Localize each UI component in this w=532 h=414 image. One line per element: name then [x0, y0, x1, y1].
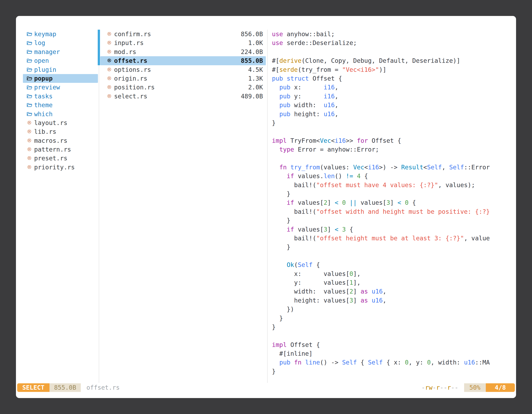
code-line: #[inline]: [272, 349, 514, 358]
pane-separator-left: [99, 30, 99, 383]
code-line: }): [272, 305, 514, 314]
scroll-percent-chip: 50%: [464, 383, 486, 392]
parent-pane: keymaplogmanageropenpluginpopuppreviewta…: [23, 30, 98, 172]
code-line: [272, 154, 514, 163]
parent-item-open[interactable]: open: [23, 56, 98, 65]
code-line: bail!("offset width and height must be p…: [272, 207, 514, 216]
rust-file-icon: ®: [106, 39, 112, 47]
code-line: pub height: u16,: [272, 110, 514, 118]
item-label: plugin: [34, 65, 56, 74]
status-bar: SELECT 855.0B offset.rs -rw-r--r-- 50% 4…: [17, 383, 515, 392]
parent-item-tasks[interactable]: tasks: [23, 92, 98, 101]
file-name: mod.rs: [114, 48, 136, 56]
rust-file-icon: ®: [106, 83, 112, 92]
file-size: 224.0B: [241, 48, 263, 56]
file-name: input.rs: [114, 39, 144, 47]
item-label: priority.rs: [34, 163, 75, 172]
item-label: keymap: [34, 30, 56, 39]
folder-open-icon: [26, 76, 32, 81]
folder-open-icon: [26, 93, 32, 99]
code-line: [272, 331, 514, 340]
parent-item-plugin[interactable]: plugin: [23, 65, 98, 74]
parent-item-popup[interactable]: popup: [23, 74, 98, 83]
rust-file-icon: ®: [26, 163, 32, 172]
parent-item-lib.rs[interactable]: ®lib.rs: [23, 127, 98, 136]
code-line: y: values[1],: [272, 278, 514, 287]
parent-item-preset.rs[interactable]: ®preset.rs: [23, 154, 98, 163]
file-name: position.rs: [114, 83, 155, 92]
item-label: log: [34, 39, 45, 47]
code-line: }: [272, 216, 514, 225]
parent-item-priority.rs[interactable]: ®priority.rs: [23, 163, 98, 172]
code-line: impl TryFrom<Vec<i16>> for Offset {: [272, 136, 514, 145]
code-line: pub fn line() -> Self { Self { x: 0, y: …: [272, 358, 514, 367]
item-label: which: [34, 110, 53, 118]
parent-item-pattern.rs[interactable]: ®pattern.rs: [23, 145, 98, 154]
selection-marker: [98, 48, 100, 56]
rust-file-icon: ®: [26, 127, 32, 136]
folder-open-icon: [26, 111, 32, 117]
selection-marker: [98, 39, 100, 47]
file-size: 855.0B: [241, 56, 263, 65]
file-item-options.rs[interactable]: ®options.rs4.5K: [100, 65, 266, 74]
code-line: #[serde(try_from = "Vec<i16>")]: [272, 65, 514, 74]
selection-marker: [98, 30, 100, 39]
code-line: if values.len() != 4 {: [272, 172, 514, 180]
code-line: [272, 127, 514, 136]
code-line: }: [272, 367, 514, 376]
file-item-mod.rs[interactable]: ®mod.rs224.0B: [100, 48, 266, 56]
file-name: offset.rs: [114, 56, 147, 65]
code-line: }: [272, 314, 514, 323]
folder-open-icon: [26, 58, 32, 64]
file-item-position.rs[interactable]: ®position.rs2.0K: [100, 83, 266, 92]
code-line: bail!("offset height must be at least 3:…: [272, 234, 514, 243]
file-item-select.rs[interactable]: ®select.rs489.0B: [100, 92, 266, 101]
file-name: select.rs: [114, 92, 147, 101]
parent-item-preview[interactable]: preview: [23, 83, 98, 92]
file-item-offset.rs[interactable]: ®offset.rs855.0B: [100, 56, 266, 65]
file-size: 489.0B: [241, 92, 263, 101]
parent-item-macros.rs[interactable]: ®macros.rs: [23, 136, 98, 145]
status-filename: offset.rs: [86, 383, 120, 392]
code-line: impl Offset {: [272, 340, 514, 349]
code-line: pub y: i16,: [272, 92, 514, 101]
code-line: if values[2] < 0 || values[3] < 0 {: [272, 198, 514, 207]
file-manager-window: keymaplogmanageropenpluginpopuppreviewta…: [16, 16, 516, 398]
status-bar-right: -rw-r--r-- 50% 4/8: [421, 383, 515, 392]
rust-file-icon: ®: [106, 30, 112, 39]
file-size: 2.0K: [248, 83, 263, 92]
code-line: use anyhow::bail;: [272, 30, 514, 39]
file-name: options.rs: [114, 65, 151, 74]
code-line: }: [272, 189, 514, 198]
file-item-input.rs[interactable]: ®input.rs1.0K: [100, 39, 266, 47]
rust-file-icon: ®: [106, 56, 112, 65]
file-name: origin.rs: [114, 74, 147, 83]
file-size: 856.0B: [241, 30, 263, 39]
file-size: 1.0K: [248, 39, 263, 47]
parent-item-layout.rs[interactable]: ®layout.rs: [23, 118, 98, 127]
code-line: [272, 48, 514, 56]
file-item-confirm.rs[interactable]: ®confirm.rs856.0B: [100, 30, 266, 39]
code-line: pub width: u16,: [272, 101, 514, 109]
parent-item-log[interactable]: log: [23, 39, 98, 47]
parent-item-theme[interactable]: theme: [23, 101, 98, 109]
rust-file-icon: ®: [26, 154, 32, 163]
file-size-chip: 855.0B: [49, 383, 81, 392]
parent-item-which[interactable]: which: [23, 110, 98, 118]
code-line: pub x: i16,: [272, 83, 514, 92]
parent-item-manager[interactable]: manager: [23, 48, 98, 56]
parent-item-keymap[interactable]: keymap: [23, 30, 98, 39]
file-size: 4.5K: [248, 65, 263, 74]
rust-file-icon: ®: [26, 145, 32, 154]
file-name: confirm.rs: [114, 30, 151, 39]
rust-file-icon: ®: [106, 92, 112, 101]
item-label: lib.rs: [34, 127, 56, 136]
item-label: layout.rs: [34, 118, 67, 127]
code-line: if values[3] < 3 {: [272, 225, 514, 234]
item-label: theme: [34, 101, 53, 109]
file-permissions: -rw-r--r--: [421, 383, 458, 392]
file-item-origin.rs[interactable]: ®origin.rs1.3K: [100, 74, 266, 83]
code-line: }: [272, 323, 514, 331]
cursor-position-badge: 4/8: [486, 383, 515, 392]
selection-marker: [98, 56, 100, 65]
